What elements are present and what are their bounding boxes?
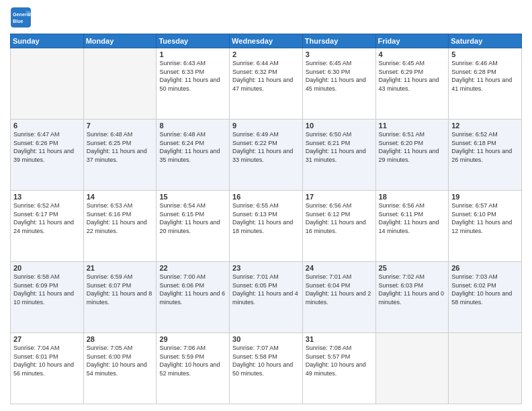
cell-text: Sunrise: 7:04 AM Sunset: 6:01 PM Dayligh… xyxy=(13,344,81,377)
day-number: 20 xyxy=(13,264,81,272)
calendar-cell xyxy=(375,333,449,404)
calendar-cell: 5 Sunrise: 6:46 AM Sunset: 6:28 PM Dayli… xyxy=(449,48,522,120)
cell-text: Sunrise: 6:56 AM Sunset: 6:12 PM Dayligh… xyxy=(306,201,373,235)
day-number: 19 xyxy=(451,193,519,201)
page: General Blue SundayMondayTuesdayWednesda… xyxy=(0,0,532,411)
day-number: 9 xyxy=(232,122,300,130)
cell-text: Sunrise: 6:57 AM Sunset: 6:10 PM Dayligh… xyxy=(451,201,519,235)
day-number: 11 xyxy=(379,122,446,130)
calendar-cell: 21 Sunrise: 6:59 AM Sunset: 6:07 PM Dayl… xyxy=(83,262,157,333)
day-number: 23 xyxy=(232,264,300,272)
cell-text: Sunrise: 6:49 AM Sunset: 6:22 PM Dayligh… xyxy=(232,130,300,164)
calendar-cell xyxy=(83,48,157,120)
calendar-cell: 20 Sunrise: 6:58 AM Sunset: 6:09 PM Dayl… xyxy=(11,262,84,333)
day-number: 31 xyxy=(306,335,373,343)
calendar-row: 20 Sunrise: 6:58 AM Sunset: 6:09 PM Dayl… xyxy=(11,262,522,333)
day-number: 30 xyxy=(232,335,300,343)
cell-text: Sunrise: 6:44 AM Sunset: 6:32 PM Dayligh… xyxy=(232,59,300,93)
cell-text: Sunrise: 6:59 AM Sunset: 6:07 PM Dayligh… xyxy=(87,273,154,306)
calendar-cell: 2 Sunrise: 6:44 AM Sunset: 6:32 PM Dayli… xyxy=(230,48,303,120)
day-number: 17 xyxy=(306,193,373,201)
header-row: SundayMondayTuesdayWednesdayThursdayFrid… xyxy=(11,34,522,48)
cell-text: Sunrise: 7:01 AM Sunset: 6:05 PM Dayligh… xyxy=(232,273,300,306)
day-number: 10 xyxy=(306,122,373,130)
calendar-cell: 7 Sunrise: 6:48 AM Sunset: 6:25 PM Dayli… xyxy=(83,120,157,191)
calendar-cell: 28 Sunrise: 7:05 AM Sunset: 6:00 PM Dayl… xyxy=(83,333,157,404)
calendar-cell: 16 Sunrise: 6:55 AM Sunset: 6:13 PM Dayl… xyxy=(230,191,303,262)
svg-text:Blue: Blue xyxy=(13,18,24,24)
cell-text: Sunrise: 6:54 AM Sunset: 6:15 PM Dayligh… xyxy=(159,201,226,235)
calendar-cell: 6 Sunrise: 6:47 AM Sunset: 6:26 PM Dayli… xyxy=(11,120,84,191)
logo: General Blue xyxy=(10,7,32,28)
calendar-cell: 23 Sunrise: 7:01 AM Sunset: 6:05 PM Dayl… xyxy=(230,262,303,333)
calendar-cell: 27 Sunrise: 7:04 AM Sunset: 6:01 PM Dayl… xyxy=(11,333,84,404)
cell-text: Sunrise: 6:46 AM Sunset: 6:28 PM Dayligh… xyxy=(451,59,519,93)
day-number: 13 xyxy=(13,193,81,201)
cell-text: Sunrise: 7:00 AM Sunset: 6:06 PM Dayligh… xyxy=(159,273,226,306)
weekday-header: Wednesday xyxy=(230,34,303,48)
weekday-header: Saturday xyxy=(449,34,522,48)
cell-text: Sunrise: 7:01 AM Sunset: 6:04 PM Dayligh… xyxy=(306,273,373,306)
calendar-cell: 11 Sunrise: 6:51 AM Sunset: 6:20 PM Dayl… xyxy=(375,120,449,191)
calendar-cell: 1 Sunrise: 6:43 AM Sunset: 6:33 PM Dayli… xyxy=(157,48,230,120)
day-number: 29 xyxy=(159,335,226,343)
calendar-cell: 24 Sunrise: 7:01 AM Sunset: 6:04 PM Dayl… xyxy=(302,262,375,333)
cell-text: Sunrise: 7:02 AM Sunset: 6:03 PM Dayligh… xyxy=(379,273,446,306)
weekday-header: Monday xyxy=(83,34,157,48)
day-number: 2 xyxy=(232,50,300,58)
day-number: 26 xyxy=(451,264,519,272)
calendar-row: 27 Sunrise: 7:04 AM Sunset: 6:01 PM Dayl… xyxy=(11,333,522,404)
day-number: 7 xyxy=(87,122,154,130)
cell-text: Sunrise: 7:05 AM Sunset: 6:00 PM Dayligh… xyxy=(87,344,154,377)
cell-text: Sunrise: 6:51 AM Sunset: 6:20 PM Dayligh… xyxy=(379,130,446,164)
day-number: 3 xyxy=(306,50,373,58)
day-number: 24 xyxy=(306,264,373,272)
header: General Blue xyxy=(10,7,522,28)
calendar-cell: 9 Sunrise: 6:49 AM Sunset: 6:22 PM Dayli… xyxy=(230,120,303,191)
day-number: 8 xyxy=(159,122,226,130)
day-number: 21 xyxy=(87,264,154,272)
calendar-cell: 15 Sunrise: 6:54 AM Sunset: 6:15 PM Dayl… xyxy=(157,191,230,262)
day-number: 14 xyxy=(87,193,154,201)
cell-text: Sunrise: 6:48 AM Sunset: 6:24 PM Dayligh… xyxy=(159,130,226,164)
day-number: 18 xyxy=(379,193,446,201)
calendar-cell: 13 Sunrise: 6:52 AM Sunset: 6:17 PM Dayl… xyxy=(11,191,84,262)
calendar-cell: 26 Sunrise: 7:03 AM Sunset: 6:02 PM Dayl… xyxy=(449,262,522,333)
logo-icon: General Blue xyxy=(10,7,32,28)
day-number: 27 xyxy=(13,335,81,343)
cell-text: Sunrise: 6:45 AM Sunset: 6:30 PM Dayligh… xyxy=(306,59,373,93)
cell-text: Sunrise: 7:06 AM Sunset: 5:59 PM Dayligh… xyxy=(159,344,226,377)
day-number: 4 xyxy=(379,50,446,58)
calendar-row: 6 Sunrise: 6:47 AM Sunset: 6:26 PM Dayli… xyxy=(11,120,522,191)
day-number: 15 xyxy=(159,193,226,201)
calendar-cell: 14 Sunrise: 6:53 AM Sunset: 6:16 PM Dayl… xyxy=(83,191,157,262)
weekday-header: Friday xyxy=(375,34,449,48)
calendar-cell: 31 Sunrise: 7:08 AM Sunset: 5:57 PM Dayl… xyxy=(302,333,375,404)
day-number: 28 xyxy=(87,335,154,343)
day-number: 6 xyxy=(13,122,81,130)
cell-text: Sunrise: 7:07 AM Sunset: 5:58 PM Dayligh… xyxy=(232,344,300,377)
day-number: 25 xyxy=(379,264,446,272)
day-number: 5 xyxy=(451,50,519,58)
weekday-header: Tuesday xyxy=(157,34,230,48)
calendar-cell: 12 Sunrise: 6:52 AM Sunset: 6:18 PM Dayl… xyxy=(449,120,522,191)
calendar-row: 13 Sunrise: 6:52 AM Sunset: 6:17 PM Dayl… xyxy=(11,191,522,262)
calendar-cell: 17 Sunrise: 6:56 AM Sunset: 6:12 PM Dayl… xyxy=(302,191,375,262)
calendar-cell: 22 Sunrise: 7:00 AM Sunset: 6:06 PM Dayl… xyxy=(157,262,230,333)
cell-text: Sunrise: 6:52 AM Sunset: 6:17 PM Dayligh… xyxy=(13,201,81,235)
cell-text: Sunrise: 6:45 AM Sunset: 6:29 PM Dayligh… xyxy=(379,59,446,93)
cell-text: Sunrise: 6:50 AM Sunset: 6:21 PM Dayligh… xyxy=(306,130,373,164)
calendar-cell xyxy=(11,48,84,120)
cell-text: Sunrise: 6:43 AM Sunset: 6:33 PM Dayligh… xyxy=(159,59,226,93)
day-number: 22 xyxy=(159,264,226,272)
cell-text: Sunrise: 6:52 AM Sunset: 6:18 PM Dayligh… xyxy=(451,130,519,164)
cell-text: Sunrise: 6:58 AM Sunset: 6:09 PM Dayligh… xyxy=(13,273,81,306)
calendar-cell: 25 Sunrise: 7:02 AM Sunset: 6:03 PM Dayl… xyxy=(375,262,449,333)
calendar-cell: 10 Sunrise: 6:50 AM Sunset: 6:21 PM Dayl… xyxy=(302,120,375,191)
day-number: 1 xyxy=(159,50,226,58)
cell-text: Sunrise: 7:03 AM Sunset: 6:02 PM Dayligh… xyxy=(451,273,519,306)
calendar-cell: 3 Sunrise: 6:45 AM Sunset: 6:30 PM Dayli… xyxy=(302,48,375,120)
cell-text: Sunrise: 6:47 AM Sunset: 6:26 PM Dayligh… xyxy=(13,130,81,164)
calendar-cell: 18 Sunrise: 6:56 AM Sunset: 6:11 PM Dayl… xyxy=(375,191,449,262)
cell-text: Sunrise: 6:55 AM Sunset: 6:13 PM Dayligh… xyxy=(232,201,300,235)
